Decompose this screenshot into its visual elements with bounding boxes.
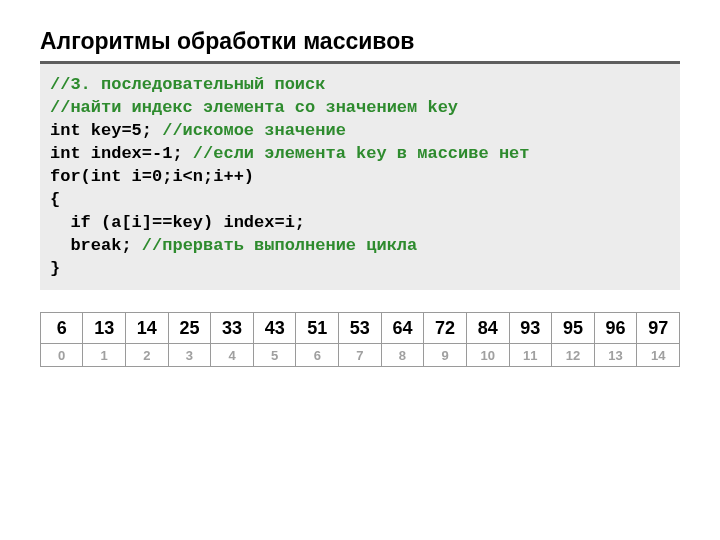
array-index-cell: 11 bbox=[509, 344, 552, 367]
array-value-cell: 95 bbox=[552, 313, 595, 344]
code-comment: //если элемента key в массиве нет bbox=[193, 144, 530, 163]
array-value-cell: 51 bbox=[296, 313, 339, 344]
array-index-cell: 14 bbox=[637, 344, 680, 367]
code-block: //3. последовательный поиск //найти инде… bbox=[40, 64, 680, 290]
array-index-cell: 5 bbox=[253, 344, 296, 367]
code-text: } bbox=[50, 259, 60, 278]
code-text: { bbox=[50, 190, 60, 209]
code-comment: //найти индекс элемента со значением key bbox=[50, 98, 458, 117]
array-value-cell: 84 bbox=[466, 313, 509, 344]
array-values-row: 61314253343515364728493959697 bbox=[41, 313, 680, 344]
array-value-cell: 93 bbox=[509, 313, 552, 344]
array-value-cell: 96 bbox=[594, 313, 637, 344]
array-index-cell: 13 bbox=[594, 344, 637, 367]
array-value-cell: 53 bbox=[339, 313, 382, 344]
array-index-cell: 2 bbox=[126, 344, 169, 367]
array-table: 61314253343515364728493959697 0123456789… bbox=[40, 312, 680, 367]
array-index-cell: 4 bbox=[211, 344, 254, 367]
code-text: break; bbox=[50, 236, 142, 255]
array-index-cell: 8 bbox=[381, 344, 424, 367]
array-value-cell: 33 bbox=[211, 313, 254, 344]
code-comment: //искомое значение bbox=[162, 121, 346, 140]
array-value-cell: 43 bbox=[253, 313, 296, 344]
array-value-cell: 6 bbox=[41, 313, 83, 344]
array-index-cell: 9 bbox=[424, 344, 467, 367]
code-comment: //3. последовательный поиск bbox=[50, 75, 325, 94]
array-index-cell: 12 bbox=[552, 344, 595, 367]
code-comment: //прервать выполнение цикла bbox=[142, 236, 417, 255]
array-value-cell: 97 bbox=[637, 313, 680, 344]
array-value-cell: 14 bbox=[126, 313, 169, 344]
array-index-cell: 1 bbox=[83, 344, 126, 367]
code-text: if (a[i]==key) index=i; bbox=[50, 213, 305, 232]
array-value-cell: 13 bbox=[83, 313, 126, 344]
array-index-cell: 6 bbox=[296, 344, 339, 367]
array-index-cell: 3 bbox=[168, 344, 211, 367]
array-index-cell: 10 bbox=[466, 344, 509, 367]
array-value-cell: 72 bbox=[424, 313, 467, 344]
code-text: int index=-1; bbox=[50, 144, 193, 163]
array-indices-row: 01234567891011121314 bbox=[41, 344, 680, 367]
code-text: for(int i=0;i<n;i++) bbox=[50, 167, 254, 186]
slide-title: Алгоритмы обработки массивов bbox=[40, 28, 680, 55]
array-index-cell: 7 bbox=[339, 344, 382, 367]
array-index-cell: 0 bbox=[41, 344, 83, 367]
array-value-cell: 25 bbox=[168, 313, 211, 344]
array-value-cell: 64 bbox=[381, 313, 424, 344]
code-text: int key=5; bbox=[50, 121, 162, 140]
